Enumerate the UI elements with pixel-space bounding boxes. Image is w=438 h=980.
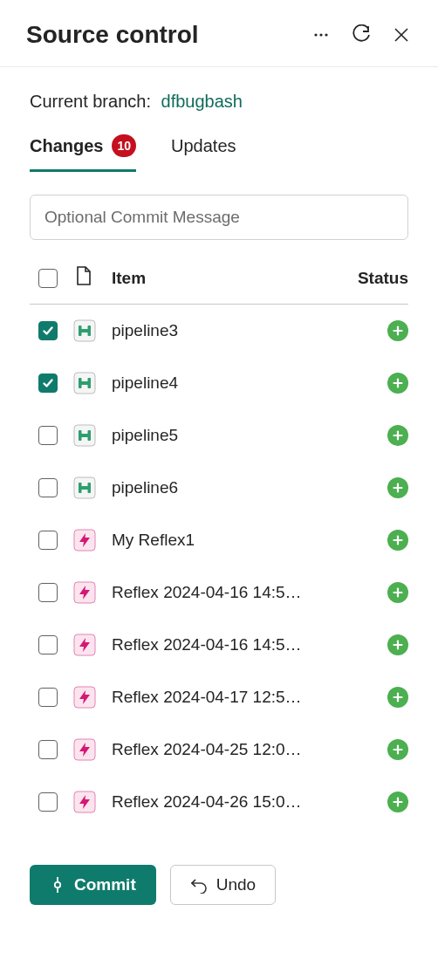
item-name: My Reflex1 <box>110 531 356 550</box>
undo-button[interactable]: Undo <box>170 865 276 905</box>
grid-body: pipeline3pipeline4pipeline5pipeline6My R… <box>30 305 408 828</box>
table-row[interactable]: My Reflex1 <box>30 514 408 566</box>
status-added-icon <box>387 320 408 341</box>
row-checkbox[interactable] <box>38 688 58 707</box>
commit-button-label: Commit <box>74 875 136 894</box>
reflex-icon <box>73 738 96 761</box>
commit-message-input[interactable] <box>30 195 408 240</box>
close-icon[interactable] <box>391 24 412 45</box>
svg-rect-18 <box>79 430 82 441</box>
row-checkbox[interactable] <box>38 426 58 445</box>
current-branch-label: Current branch: <box>30 92 151 111</box>
row-checkbox[interactable] <box>38 321 58 340</box>
status-added-icon <box>387 477 408 498</box>
table-row[interactable]: Reflex 2024-04-16 14:5… <box>30 566 408 619</box>
tab-changes-label: Changes <box>30 136 103 156</box>
undo-icon <box>190 876 208 894</box>
item-name: Reflex 2024-04-25 12:0… <box>110 740 356 759</box>
file-icon <box>75 265 92 286</box>
item-name: Reflex 2024-04-17 12:5… <box>110 688 356 707</box>
select-all-checkbox[interactable] <box>38 269 58 288</box>
svg-rect-19 <box>88 430 92 441</box>
svg-point-47 <box>55 882 60 887</box>
refresh-icon[interactable] <box>351 24 372 45</box>
more-icon[interactable] <box>311 24 332 45</box>
pipeline-icon <box>73 476 96 499</box>
svg-point-1 <box>319 33 322 36</box>
svg-point-0 <box>314 33 317 36</box>
status-added-icon <box>387 373 408 394</box>
commit-button[interactable]: Commit <box>30 865 156 905</box>
svg-rect-7 <box>88 326 92 336</box>
table-row[interactable]: pipeline4 <box>30 357 408 409</box>
table-row[interactable]: pipeline6 <box>30 462 408 514</box>
table-row[interactable]: Reflex 2024-04-25 12:0… <box>30 723 408 776</box>
table-row[interactable]: Reflex 2024-04-17 12:5… <box>30 671 408 723</box>
column-header-status[interactable]: Status <box>356 269 408 288</box>
undo-button-label: Undo <box>216 875 256 894</box>
reflex-icon <box>73 529 96 552</box>
svg-point-2 <box>325 33 327 36</box>
item-name: Reflex 2024-04-26 15:0… <box>110 792 356 812</box>
reflex-icon <box>73 634 96 656</box>
changes-count-badge: 10 <box>112 134 136 157</box>
svg-rect-6 <box>79 326 82 336</box>
table-row[interactable]: Reflex 2024-04-26 15:0… <box>30 776 408 828</box>
svg-rect-24 <box>79 483 82 493</box>
column-header-item[interactable]: Item <box>110 269 356 288</box>
tabs: Changes 10 Updates <box>30 134 408 172</box>
row-checkbox[interactable] <box>38 478 58 497</box>
tab-updates[interactable]: Updates <box>171 136 236 171</box>
reflex-icon <box>73 686 96 709</box>
row-checkbox[interactable] <box>38 373 58 393</box>
status-added-icon <box>387 582 408 603</box>
panel-body: Current branch: dfbugbash Changes 10 Upd… <box>0 67 438 846</box>
panel-title: Source control <box>26 21 311 49</box>
table-row[interactable]: pipeline5 <box>30 409 408 462</box>
item-name: Reflex 2024-04-16 14:5… <box>110 583 356 602</box>
grid-header: Item Status <box>30 252 408 305</box>
row-checkbox[interactable] <box>38 583 58 602</box>
status-added-icon <box>387 425 408 446</box>
item-name: pipeline6 <box>110 478 356 497</box>
item-name: pipeline4 <box>110 373 356 393</box>
current-branch-row: Current branch: dfbugbash <box>30 92 408 112</box>
item-name: pipeline3 <box>110 321 356 340</box>
pipeline-icon <box>73 424 96 447</box>
current-branch-name[interactable]: dfbugbash <box>161 92 243 111</box>
tab-changes[interactable]: Changes 10 <box>30 134 136 172</box>
svg-rect-12 <box>79 378 82 388</box>
svg-rect-8 <box>81 329 88 332</box>
svg-rect-25 <box>88 483 92 493</box>
svg-rect-20 <box>81 434 88 437</box>
status-added-icon <box>387 687 408 708</box>
footer: Commit Undo <box>0 846 438 924</box>
reflex-icon <box>73 791 96 813</box>
reflex-icon <box>73 581 96 604</box>
row-checkbox[interactable] <box>38 792 58 812</box>
row-checkbox[interactable] <box>38 531 58 550</box>
pipeline-icon <box>73 372 96 394</box>
item-name: Reflex 2024-04-16 14:5… <box>110 635 356 654</box>
tab-updates-label: Updates <box>171 136 236 156</box>
row-checkbox[interactable] <box>38 740 58 759</box>
pipeline-icon <box>73 319 96 342</box>
status-added-icon <box>387 634 408 655</box>
status-added-icon <box>387 739 408 760</box>
table-row[interactable]: Reflex 2024-04-16 14:5… <box>30 619 408 671</box>
commit-icon <box>50 877 65 893</box>
table-row[interactable]: pipeline3 <box>30 305 408 357</box>
header-actions <box>311 24 412 45</box>
svg-rect-13 <box>88 378 92 388</box>
svg-rect-14 <box>81 381 88 385</box>
status-added-icon <box>387 530 408 551</box>
item-name: pipeline5 <box>110 426 356 445</box>
row-checkbox[interactable] <box>38 635 58 654</box>
panel-header: Source control <box>0 0 438 67</box>
svg-rect-26 <box>81 486 88 490</box>
status-added-icon <box>387 792 408 812</box>
